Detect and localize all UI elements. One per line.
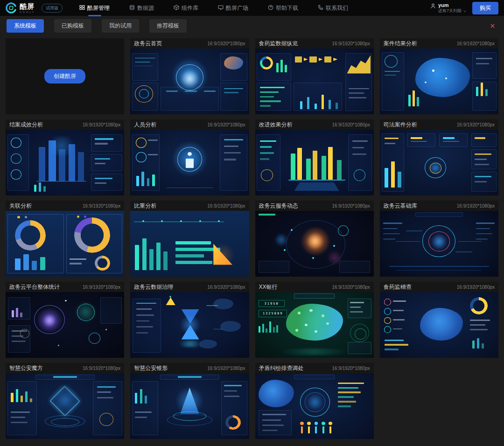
tab-my-trial[interactable]: 我的试用 [102,19,139,33]
card-thumbnail[interactable] [255,130,374,195]
chevron-down-icon [463,9,467,13]
bar-shape [34,185,36,191]
template-card[interactable]: 智慧公安魔方16:9/1920*1080px [6,363,124,439]
dot-shape [295,329,298,332]
close-icon [490,23,495,28]
template-card[interactable]: 食药监稽查16:9/1920*1080px [380,282,498,358]
template-card[interactable]: 政务云服务动态16:9/1920*1080px [255,201,374,277]
card-thumbnail[interactable]: 319501325689 [255,292,374,358]
hbar-shape [260,146,272,148]
card-title: 政务云首页 [134,40,162,48]
glow-shape [274,233,288,246]
card-thumbnail[interactable] [380,130,498,195]
card-thumbnail[interactable] [130,49,249,114]
bar-shape [32,261,37,270]
hbar-shape [95,143,108,145]
logo-icon [6,2,17,14]
template-card[interactable]: XX银行16:9/1920*1080px319501325689 [255,282,374,358]
bar-shape [273,327,275,333]
ring-shape [384,299,391,306]
card-thumbnail[interactable] [6,292,124,358]
card-thumbnail[interactable] [6,373,124,439]
bar-shape [11,393,13,402]
template-card[interactable]: 智慧公安锥形16:9/1920*1080px [130,363,249,439]
card-head: 政务云数据治理16:9/1920*1080px [130,282,249,292]
dot-shape [432,70,434,72]
card-thumbnail[interactable] [255,211,374,277]
close-button[interactable] [487,21,497,31]
ring-shape [385,55,398,68]
template-card[interactable]: 关联分析16:9/1920*1080px [6,201,124,277]
tab-system[interactable]: 系统模板 [7,19,44,33]
template-card[interactable]: 政务云首页16:9/1920*1080px [130,38,249,114]
create-card: 创建酷屏 [6,38,124,114]
nav-item-component-lib[interactable]: 组件库 [173,0,199,16]
bar-shape [135,393,137,404]
hbar-shape [383,228,398,230]
card-size: 16:9/1920*1080px [207,122,245,127]
hbar-shape [95,158,110,160]
bar-shape [141,172,144,186]
card-thumbnail[interactable] [380,49,498,114]
template-card[interactable]: 政务云平台整体统计16:9/1920*1080px [6,282,124,358]
glow-shape [211,243,235,268]
card-thumbnail[interactable] [380,211,498,277]
ring-shape [430,163,441,174]
tri-shape [319,58,323,61]
nav-item-data-source[interactable]: 数据源 [128,0,155,16]
nav-item-contact-us[interactable]: 联系我们 [317,0,349,16]
card-thumbnail[interactable] [255,49,374,114]
card-head: 政务云首页16:9/1920*1080px [130,38,249,49]
template-card[interactable]: 政务云数据治理16:9/1920*1080px [130,282,249,358]
hbar-shape [175,254,204,258]
tab-purchased[interactable]: 已购模板 [54,19,91,33]
bar-shape [39,182,41,192]
template-card[interactable]: 政务云基础库16:9/1920*1080px [380,201,498,277]
template-card[interactable]: 案件结果分析16:9/1920*1080px [380,38,498,114]
card-thumbnail[interactable] [130,373,249,439]
template-card[interactable]: 人员分析16:9/1920*1080px [130,119,249,195]
bar-shape [156,243,161,270]
template-card[interactable]: 司法案件分析16:9/1920*1080px [380,119,498,195]
nav-item-screen-market[interactable]: 酷屏广场 [217,0,249,16]
bar-shape [276,325,278,333]
template-card[interactable]: 改进效果分析16:9/1920*1080px [255,119,374,195]
grid-icon [79,5,85,12]
bar-shape [477,338,479,349]
card-thumbnail[interactable] [380,292,498,358]
card-thumbnail[interactable] [6,211,124,277]
card-title: 食药监数据纵览 [259,40,298,48]
card-thumbnail[interactable] [255,373,374,439]
template-card[interactable]: 矛盾纠纷排查调处16:9/1920*1080px [255,363,374,439]
bar-shape [21,396,23,402]
tri-shape [166,297,175,305]
hbar-shape [136,303,156,304]
user-menu[interactable]: yum 还有7天到期 [430,2,467,14]
card-size: 16:9/1920*1080px [332,203,370,209]
template-card[interactable]: 比重分析16:9/1920*1080px [130,201,249,277]
hbar-shape [476,228,490,230]
card-thumbnail[interactable] [130,130,249,195]
bar-shape [315,104,317,109]
tab-recommended[interactable]: 推荐模板 [149,19,187,33]
nav-item-screen-manage[interactable]: 酷屏管理 [78,0,111,16]
template-card[interactable]: 结案成效分析16:9/1920*1080px [6,119,124,195]
dot-shape [322,314,324,317]
template-card[interactable]: 食药监数据纵览16:9/1920*1080px [255,38,374,114]
buy-button[interactable]: 购买 [472,2,498,14]
card-thumbnail[interactable] [130,211,249,277]
bar-shape [140,389,142,404]
hbar-shape [260,158,269,160]
donut-shape [260,56,273,70]
hbar-shape [224,385,242,386]
card-thumbnail[interactable] [130,292,249,358]
bar-shape [78,152,84,181]
card-size: 16:9/1920*1080px [457,122,495,127]
bar-shape [297,148,302,180]
glow-shape [46,136,77,156]
card-thumbnail[interactable] [6,130,124,195]
nav-item-help-download[interactable]: 帮助下载 [267,0,299,16]
create-screen-button[interactable]: 创建酷屏 [44,69,85,84]
bar-shape [163,251,168,270]
logo-text: 酷屏 [20,3,35,10]
